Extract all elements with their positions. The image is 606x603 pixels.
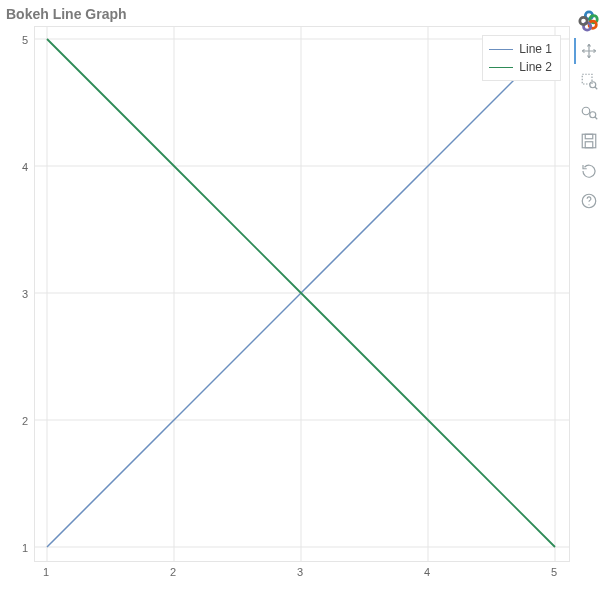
help-tool-button[interactable] [574, 188, 602, 214]
x-axis: 1 2 3 4 5 [34, 562, 568, 584]
svg-rect-21 [585, 142, 593, 148]
legend-item[interactable]: Line 1 [489, 40, 552, 58]
save-tool-button[interactable] [574, 128, 602, 154]
svg-point-23 [588, 204, 589, 205]
toolbar [574, 4, 602, 214]
reset-tool-button[interactable] [574, 158, 602, 184]
svg-point-14 [580, 17, 587, 24]
plot-area[interactable]: Line 1 Line 2 [34, 26, 570, 562]
y-axis: 1 2 3 4 5 [4, 26, 34, 560]
legend-item[interactable]: Line 2 [489, 58, 552, 76]
legend-label: Line 1 [519, 42, 552, 56]
y-tick: 5 [22, 34, 28, 46]
chart-title: Bokeh Line Graph [4, 4, 570, 26]
x-tick: 4 [424, 566, 430, 578]
svg-rect-20 [585, 134, 593, 139]
y-tick: 4 [22, 161, 28, 173]
x-tick: 1 [43, 566, 49, 578]
svg-point-16 [590, 82, 596, 88]
pan-tool-button[interactable] [574, 38, 602, 64]
x-tick: 3 [297, 566, 303, 578]
box-zoom-tool-button[interactable] [574, 68, 602, 94]
legend[interactable]: Line 1 Line 2 [482, 35, 561, 81]
svg-point-18 [590, 112, 596, 118]
wheel-zoom-tool-button[interactable] [574, 98, 602, 124]
legend-swatch [489, 49, 513, 50]
legend-swatch [489, 67, 513, 68]
svg-rect-19 [582, 134, 596, 148]
bokeh-logo-icon[interactable] [574, 8, 602, 34]
svg-point-17 [582, 107, 590, 115]
y-tick: 2 [22, 415, 28, 427]
y-tick: 1 [22, 542, 28, 554]
x-tick: 5 [551, 566, 557, 578]
chart-canvas [35, 27, 569, 561]
legend-label: Line 2 [519, 60, 552, 74]
y-tick: 3 [22, 288, 28, 300]
x-tick: 2 [170, 566, 176, 578]
